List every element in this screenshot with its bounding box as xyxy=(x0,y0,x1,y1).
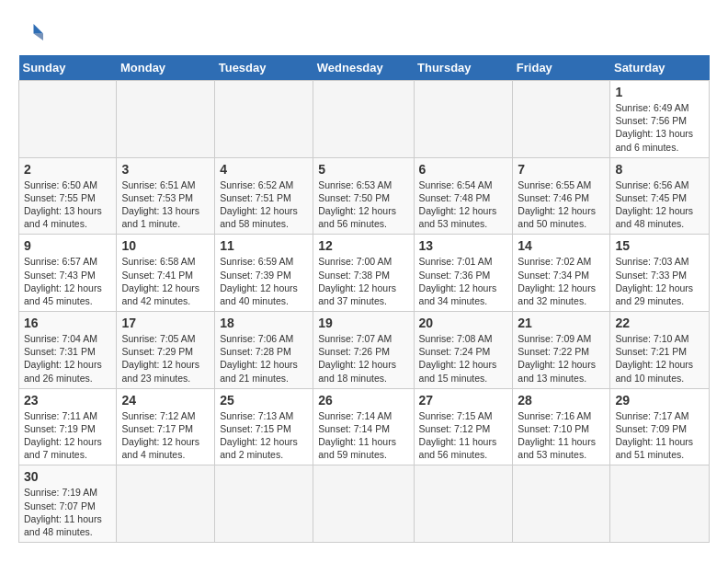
calendar-cell: 10Sunrise: 6:58 AMSunset: 7:41 PMDayligh… xyxy=(117,235,215,312)
weekday-header: Saturday xyxy=(610,55,710,81)
calendar-cell: 20Sunrise: 7:08 AMSunset: 7:24 PMDayligh… xyxy=(414,312,513,389)
weekday-header: Tuesday xyxy=(215,55,313,81)
svg-marker-0 xyxy=(34,24,44,34)
weekday-header-row: SundayMondayTuesdayWednesdayThursdayFrid… xyxy=(19,55,710,81)
calendar-cell xyxy=(513,465,610,543)
calendar-cell: 25Sunrise: 7:13 AMSunset: 7:15 PMDayligh… xyxy=(215,388,313,465)
day-number: 25 xyxy=(220,393,308,408)
day-info: Sunrise: 6:54 AMSunset: 7:48 PMDaylight:… xyxy=(419,178,508,231)
day-info: Sunrise: 7:15 AMSunset: 7:12 PMDaylight:… xyxy=(419,409,508,462)
day-number: 26 xyxy=(318,393,408,408)
day-info: Sunrise: 6:50 AMSunset: 7:55 PMDaylight:… xyxy=(24,178,111,231)
day-info: Sunrise: 7:16 AMSunset: 7:10 PMDaylight:… xyxy=(518,409,605,462)
calendar-cell: 6Sunrise: 6:54 AMSunset: 7:48 PMDaylight… xyxy=(414,157,513,235)
day-info: Sunrise: 7:04 AMSunset: 7:31 PMDaylight:… xyxy=(24,332,111,385)
day-number: 29 xyxy=(615,393,704,408)
calendar-cell: 4Sunrise: 6:52 AMSunset: 7:51 PMDaylight… xyxy=(215,157,313,235)
calendar-cell: 14Sunrise: 7:02 AMSunset: 7:34 PMDayligh… xyxy=(513,235,610,312)
calendar-cell: 15Sunrise: 7:03 AMSunset: 7:33 PMDayligh… xyxy=(610,235,710,312)
day-info: Sunrise: 7:10 AMSunset: 7:21 PMDaylight:… xyxy=(615,332,704,385)
day-number: 9 xyxy=(24,238,111,253)
day-info: Sunrise: 7:14 AMSunset: 7:14 PMDaylight:… xyxy=(318,409,408,462)
calendar-cell xyxy=(117,81,215,158)
day-number: 16 xyxy=(24,316,111,330)
day-info: Sunrise: 7:19 AMSunset: 7:07 PMDaylight:… xyxy=(24,486,111,538)
weekday-header: Wednesday xyxy=(313,55,414,81)
calendar-cell: 11Sunrise: 6:59 AMSunset: 7:39 PMDayligh… xyxy=(215,235,313,312)
day-info: Sunrise: 6:58 AMSunset: 7:41 PMDaylight:… xyxy=(121,255,210,307)
day-info: Sunrise: 7:07 AMSunset: 7:26 PMDaylight:… xyxy=(318,332,408,385)
calendar-week-row: 23Sunrise: 7:11 AMSunset: 7:19 PMDayligh… xyxy=(19,388,710,465)
day-info: Sunrise: 6:51 AMSunset: 7:53 PMDaylight:… xyxy=(121,178,210,231)
calendar-cell xyxy=(313,81,414,158)
day-number: 19 xyxy=(318,316,408,330)
page-header xyxy=(18,18,710,46)
calendar-cell xyxy=(313,465,414,543)
day-number: 20 xyxy=(419,316,508,330)
calendar-cell: 22Sunrise: 7:10 AMSunset: 7:21 PMDayligh… xyxy=(610,312,710,389)
calendar-cell xyxy=(414,81,513,158)
calendar-cell xyxy=(513,81,610,158)
calendar-week-row: 1Sunrise: 6:49 AMSunset: 7:56 PMDaylight… xyxy=(19,81,710,158)
calendar-cell: 17Sunrise: 7:05 AMSunset: 7:29 PMDayligh… xyxy=(117,312,215,389)
day-info: Sunrise: 7:09 AMSunset: 7:22 PMDaylight:… xyxy=(518,332,605,385)
day-info: Sunrise: 6:57 AMSunset: 7:43 PMDaylight:… xyxy=(24,255,111,307)
calendar-week-row: 30Sunrise: 7:19 AMSunset: 7:07 PMDayligh… xyxy=(19,465,710,543)
day-number: 17 xyxy=(121,316,210,330)
calendar-cell xyxy=(414,465,513,543)
day-info: Sunrise: 6:59 AMSunset: 7:39 PMDaylight:… xyxy=(220,255,308,307)
day-number: 14 xyxy=(518,238,605,253)
calendar-cell: 1Sunrise: 6:49 AMSunset: 7:56 PMDaylight… xyxy=(610,81,710,158)
day-number: 2 xyxy=(24,162,111,177)
day-number: 5 xyxy=(318,162,408,177)
day-info: Sunrise: 7:02 AMSunset: 7:34 PMDaylight:… xyxy=(518,255,605,307)
day-info: Sunrise: 7:13 AMSunset: 7:15 PMDaylight:… xyxy=(220,409,308,462)
day-info: Sunrise: 7:03 AMSunset: 7:33 PMDaylight:… xyxy=(615,255,704,307)
calendar-cell xyxy=(215,81,313,158)
weekday-header: Thursday xyxy=(414,55,513,81)
calendar-table: SundayMondayTuesdayWednesdayThursdayFrid… xyxy=(18,55,710,543)
calendar-cell: 27Sunrise: 7:15 AMSunset: 7:12 PMDayligh… xyxy=(414,388,513,465)
calendar-week-row: 16Sunrise: 7:04 AMSunset: 7:31 PMDayligh… xyxy=(19,312,710,389)
day-number: 1 xyxy=(615,85,704,99)
day-info: Sunrise: 7:08 AMSunset: 7:24 PMDaylight:… xyxy=(419,332,508,385)
calendar-cell: 2Sunrise: 6:50 AMSunset: 7:55 PMDaylight… xyxy=(19,157,117,235)
calendar-cell: 24Sunrise: 7:12 AMSunset: 7:17 PMDayligh… xyxy=(117,388,215,465)
day-info: Sunrise: 6:53 AMSunset: 7:50 PMDaylight:… xyxy=(318,178,408,231)
calendar-cell: 16Sunrise: 7:04 AMSunset: 7:31 PMDayligh… xyxy=(19,312,117,389)
calendar-cell: 19Sunrise: 7:07 AMSunset: 7:26 PMDayligh… xyxy=(313,312,414,389)
day-number: 3 xyxy=(121,162,210,177)
day-info: Sunrise: 7:00 AMSunset: 7:38 PMDaylight:… xyxy=(318,255,408,307)
day-number: 11 xyxy=(220,238,308,253)
day-info: Sunrise: 6:52 AMSunset: 7:51 PMDaylight:… xyxy=(220,178,308,231)
calendar-week-row: 2Sunrise: 6:50 AMSunset: 7:55 PMDaylight… xyxy=(19,157,710,235)
calendar-cell xyxy=(19,81,117,158)
calendar-cell: 9Sunrise: 6:57 AMSunset: 7:43 PMDaylight… xyxy=(19,235,117,312)
day-info: Sunrise: 6:56 AMSunset: 7:45 PMDaylight:… xyxy=(615,178,704,231)
weekday-header: Sunday xyxy=(19,55,117,81)
day-number: 4 xyxy=(220,162,308,177)
day-info: Sunrise: 7:06 AMSunset: 7:28 PMDaylight:… xyxy=(220,332,308,385)
day-number: 15 xyxy=(615,238,704,253)
day-number: 13 xyxy=(419,238,508,253)
svg-marker-1 xyxy=(34,34,44,41)
calendar-cell: 21Sunrise: 7:09 AMSunset: 7:22 PMDayligh… xyxy=(513,312,610,389)
day-number: 18 xyxy=(220,316,308,330)
calendar-cell xyxy=(610,465,710,543)
weekday-header: Friday xyxy=(513,55,610,81)
calendar-cell: 13Sunrise: 7:01 AMSunset: 7:36 PMDayligh… xyxy=(414,235,513,312)
calendar-cell xyxy=(215,465,313,543)
day-number: 23 xyxy=(24,393,111,408)
day-number: 22 xyxy=(615,316,704,330)
day-info: Sunrise: 7:01 AMSunset: 7:36 PMDaylight:… xyxy=(419,255,508,307)
day-number: 10 xyxy=(121,238,210,253)
day-number: 7 xyxy=(518,162,605,177)
calendar-cell: 29Sunrise: 7:17 AMSunset: 7:09 PMDayligh… xyxy=(610,388,710,465)
calendar-cell xyxy=(117,465,215,543)
day-number: 21 xyxy=(518,316,605,330)
day-info: Sunrise: 7:12 AMSunset: 7:17 PMDaylight:… xyxy=(121,409,210,462)
calendar-week-row: 9Sunrise: 6:57 AMSunset: 7:43 PMDaylight… xyxy=(19,235,710,312)
day-info: Sunrise: 6:49 AMSunset: 7:56 PMDaylight:… xyxy=(615,101,704,154)
weekday-header: Monday xyxy=(117,55,215,81)
calendar-cell: 8Sunrise: 6:56 AMSunset: 7:45 PMDaylight… xyxy=(610,157,710,235)
